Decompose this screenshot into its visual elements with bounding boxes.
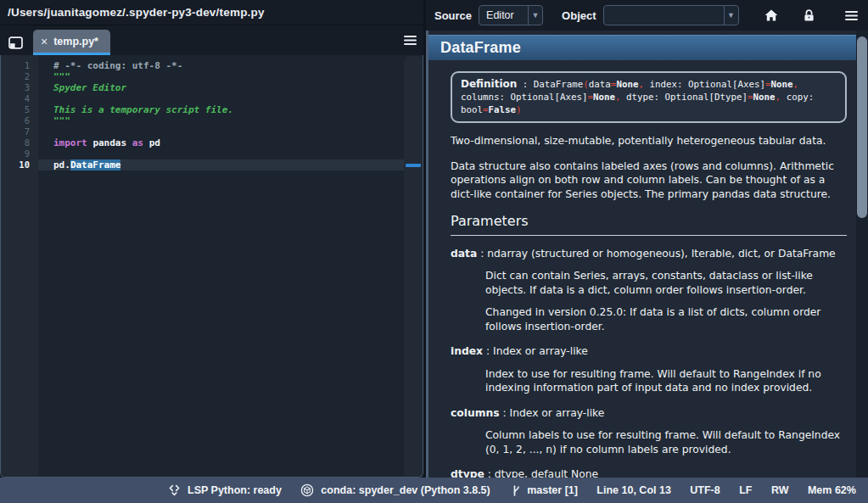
definition-segment: None	[753, 92, 776, 103]
parameter-head: index : Index or array-like	[451, 344, 847, 359]
cursor-position-marker	[406, 164, 421, 167]
status-item[interactable]: LSP Python: ready	[168, 484, 282, 496]
summary-paragraphs: Two-dimensional, size-mutable, potential…	[451, 134, 847, 201]
tab-close-icon[interactable]: ×	[41, 36, 48, 48]
status-item[interactable]: Line 10, Col 13	[596, 484, 671, 496]
help-scrollbar-thumb[interactable]	[857, 36, 867, 218]
source-label: Source	[434, 9, 472, 22]
definition-segment: DataFrame	[534, 79, 584, 90]
definition-segment: data	[589, 79, 611, 90]
parameter-name: dtype	[451, 468, 484, 478]
spyder-window: /Users/juanitagomez/.spyder-py3-dev/temp…	[0, 0, 868, 503]
code-line[interactable]: import pandas as pd	[38, 137, 404, 148]
parameter-item: index : Index or array-likeIndex to use …	[451, 344, 847, 395]
summary-paragraph: Two-dimensional, size-mutable, potential…	[451, 134, 847, 148]
definition-segment: False	[489, 104, 517, 115]
code-line[interactable]: pd.DataFrame	[38, 159, 404, 170]
editor-options-menu-icon[interactable]	[404, 36, 417, 45]
help-pane: Source Editor ▼ Object ▼	[426, 0, 868, 478]
status-label: conda: spyder_dev (Python 3.8.5)	[321, 484, 490, 496]
help-options-menu-icon[interactable]	[845, 11, 858, 20]
line-number: 4	[1, 93, 30, 104]
definition-segment: columns: Optional[Axes]	[461, 92, 588, 103]
branch-icon	[509, 484, 520, 497]
lock-icon	[804, 9, 815, 22]
parameter-head: dtype : dtype, default None	[451, 467, 847, 478]
code-line[interactable]	[38, 148, 404, 159]
definition-segment: Definition	[461, 78, 517, 90]
browse-tabs-button[interactable]	[8, 36, 23, 49]
code-token: pandas	[92, 137, 126, 148]
code-line[interactable]: # -*- coding: utf-8 -*-	[38, 60, 404, 71]
code-token: import	[53, 137, 87, 148]
main-area: /Users/juanitagomez/.spyder-py3-dev/temp…	[0, 0, 868, 478]
code-token: pd	[149, 137, 160, 148]
parameter-name: index	[451, 345, 483, 357]
lsp-icon	[168, 484, 181, 496]
file-path: /Users/juanitagomez/.spyder-py3-dev/temp…	[0, 0, 423, 25]
help-document: DataFrame Definition : DataFrame(data=No…	[428, 31, 856, 478]
code-token: Spyder Editor	[53, 82, 126, 93]
tab-temp-py[interactable]: × temp.py*	[33, 30, 110, 55]
code-token: DataFrame	[70, 159, 121, 170]
code-token: """	[53, 71, 70, 82]
help-title: DataFrame	[428, 35, 856, 60]
scrollflag-area[interactable]	[404, 56, 423, 477]
definition-segment: :	[517, 79, 534, 90]
definition-segment: index: Optional[Axes]	[649, 79, 765, 90]
parameter-name: columns	[451, 407, 500, 419]
line-number: 1	[1, 60, 30, 71]
status-label: Mem 62%	[808, 484, 856, 496]
source-combobox-value: Editor	[479, 9, 528, 21]
home-button[interactable]	[764, 9, 778, 21]
help-toolbar: Source Editor ▼ Object ▼	[426, 0, 868, 31]
code-line[interactable]: """	[38, 71, 404, 82]
line-number: 2	[1, 71, 30, 82]
source-combobox[interactable]: Editor ▼	[479, 5, 543, 25]
code-line[interactable]: Spyder Editor	[38, 82, 404, 93]
code-token: as	[132, 137, 143, 148]
definition-segment: ,	[615, 92, 626, 103]
code-editor[interactable]: 12345678910 # -*- coding: utf-8 -*-"""Sp…	[0, 55, 423, 478]
status-item[interactable]: LF	[739, 484, 752, 496]
code-token: pd.	[53, 159, 70, 170]
parameter-item: dtype : dtype, default NoneData type to …	[451, 467, 847, 478]
code-line[interactable]	[38, 126, 404, 137]
line-number: 8	[1, 137, 30, 148]
code-area[interactable]: # -*- coding: utf-8 -*-"""Spyder EditorT…	[38, 55, 404, 477]
status-item[interactable]: conda: spyder_dev (Python 3.8.5)	[300, 483, 490, 497]
parameter-item: columns : Index or array-likeColumn labe…	[451, 406, 847, 457]
lock-button[interactable]	[804, 9, 815, 22]
editor-tab-bar: × temp.py*	[0, 25, 423, 55]
line-number-gutter: 12345678910	[1, 55, 38, 477]
help-body: Two-dimensional, size-mutable, potential…	[428, 134, 856, 478]
parameter-description: Changed in version 0.25.0: If data is a …	[485, 305, 847, 333]
code-line[interactable]	[38, 93, 404, 104]
chevron-down-icon[interactable]: ▼	[724, 6, 738, 25]
code-line[interactable]: This is a temporary script file.	[38, 104, 404, 115]
code-line[interactable]: """	[38, 115, 404, 126]
definition-segment: ,	[638, 79, 649, 90]
help-scrollbar[interactable]	[856, 31, 868, 478]
help-content[interactable]: DataFrame Definition : DataFrame(data=No…	[426, 31, 868, 478]
status-item[interactable]: master [1]	[509, 484, 578, 497]
parameter-name: data	[451, 248, 477, 260]
code-token: """	[53, 115, 70, 126]
chevron-down-icon[interactable]: ▼	[528, 6, 542, 25]
status-label: master [1]	[527, 484, 578, 496]
home-icon	[764, 9, 778, 21]
line-number: 3	[1, 82, 30, 93]
status-item[interactable]: Mem 62%	[808, 484, 856, 496]
status-item[interactable]: RW	[771, 484, 789, 496]
code-token: This is a temporary script file.	[53, 104, 233, 115]
status-item[interactable]: UTF-8	[690, 484, 720, 496]
definition-segment: dtype: Optional[Dtype]	[626, 92, 748, 103]
definition-segment: ,	[792, 79, 798, 90]
status-label: RW	[771, 484, 789, 496]
browse-tabs-icon	[8, 36, 23, 49]
parameters-heading: Parameters	[451, 215, 847, 236]
status-label: LSP Python: ready	[188, 484, 282, 496]
status-label: Line 10, Col 13	[596, 484, 671, 496]
object-combobox[interactable]: ▼	[603, 5, 739, 25]
line-number: 9	[1, 148, 30, 159]
